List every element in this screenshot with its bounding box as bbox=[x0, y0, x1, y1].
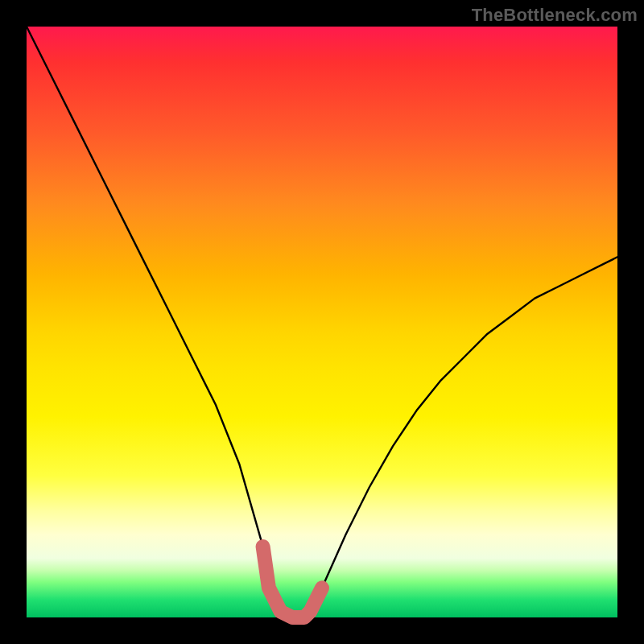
chart-svg bbox=[27, 27, 617, 617]
chart-plot-area bbox=[27, 27, 617, 617]
chart-frame: TheBottleneck.com bbox=[0, 0, 644, 644]
valley-highlight bbox=[263, 547, 322, 617]
watermark-text: TheBottleneck.com bbox=[472, 5, 638, 26]
bottleneck-curve bbox=[27, 27, 617, 617]
